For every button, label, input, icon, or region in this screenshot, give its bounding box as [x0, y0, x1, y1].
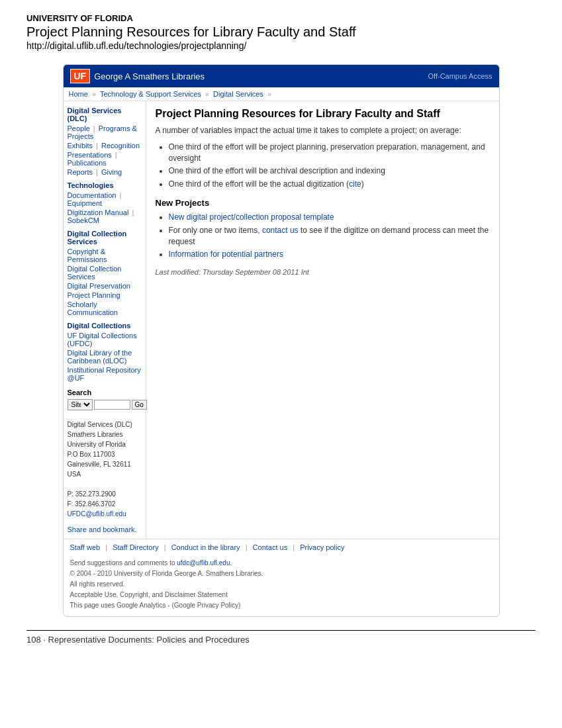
sidebar-people-programs: People | Programs & Projects	[68, 124, 142, 140]
breadcrumb-sep2: »	[205, 90, 209, 98]
sidebar-link-project-planning[interactable]: Project Planning	[68, 291, 120, 299]
fax: F: 352.846.3702	[68, 499, 142, 509]
sidebar: Digital Services (DLC) People | Programs…	[64, 101, 146, 539]
breadcrumb-sep3: »	[267, 90, 271, 98]
sidebar-dlc-title: Digital Services (DLC)	[68, 107, 142, 122]
sidebar-dc-title: Digital Collections	[68, 322, 142, 330]
footer-acceptable: Acceptable Use, Copyright, and Disclaime…	[70, 590, 492, 600]
content-area: Project Planning Resources for Library F…	[146, 101, 499, 539]
main-bullets-list: One third of the effort will be project …	[169, 142, 490, 190]
sidebar-exhibits-recognition: Exhibits | Recognition	[68, 142, 142, 150]
doc-url: http://digital.uflib.ufl.edu/technologie…	[26, 40, 536, 51]
page-footer-text: 108 · Representative Documents: Policies…	[26, 635, 250, 645]
sidebar-project-planning: Project Planning	[68, 291, 142, 299]
contact-us-link[interactable]: contact us	[262, 226, 299, 235]
search-section: Search Site Web Go	[68, 388, 142, 410]
address-line-4: P.O Box 117003	[68, 449, 142, 459]
footer-copyright: © 2004 - 2010 University of Florida Geor…	[70, 569, 492, 579]
address-line-2: Smathers Libraries	[68, 430, 142, 439]
sidebar-link-exhibits[interactable]: Exhibits	[68, 142, 93, 150]
footer-conduct[interactable]: Conduct in the library	[171, 543, 240, 551]
uf-logo[interactable]: UF George A Smathers Libraries	[70, 69, 205, 83]
email-link[interactable]: UFDC@uflib.ufl.edu	[68, 509, 142, 519]
footer-staff-web[interactable]: Staff web	[70, 543, 101, 551]
sidebar-ufdc: UF Digital Collections (UFDC)	[68, 332, 142, 347]
sidebar-scholarly: Scholarly Communication	[68, 300, 142, 316]
proposal-template-link[interactable]: New digital project/collection proposal …	[169, 212, 334, 222]
footer-privacy[interactable]: Privacy policy	[300, 543, 344, 551]
sidebar-link-dloc[interactable]: Digital Library of the Caribbean (dLOC)	[68, 349, 132, 365]
sidebar-digital-preservation: Digital Preservation	[68, 282, 142, 290]
sidebar-link-giving[interactable]: Giving	[101, 168, 122, 176]
search-input[interactable]	[94, 400, 130, 410]
footer-bottom: Send suggestions and comments to ufdc@uf…	[64, 555, 499, 616]
browser-frame: UF George A Smathers Libraries Off-Campu…	[63, 64, 500, 617]
sidebar-link-scholarly[interactable]: Scholarly Communication	[68, 300, 118, 316]
search-go-button[interactable]: Go	[132, 400, 147, 410]
footer-analytics: This page uses Google Analytics - (Googl…	[70, 600, 492, 611]
search-scope-select[interactable]: Site Web	[68, 399, 93, 410]
sidebar-dloc: Digital Library of the Caribbean (dLOC)	[68, 349, 142, 365]
new-projects-heading: New Projects	[156, 198, 490, 208]
footer-email-link[interactable]: ufdc@uflib.ufl.edu.	[177, 559, 232, 567]
new-project-1: New digital project/collection proposal …	[169, 212, 490, 223]
sidebar-link-sobekcm[interactable]: SobekCM	[68, 216, 99, 224]
breadcrumb-sep1: »	[92, 90, 96, 98]
sidebar-link-people[interactable]: People	[68, 124, 90, 132]
address-line-3: University of Florida	[68, 439, 142, 449]
sidebar-link-reports[interactable]: Reports	[68, 168, 93, 176]
sidebar-dcs-title: Digital Collection Services	[68, 230, 142, 246]
sidebar-copyright: Copyright & Permissions	[68, 248, 142, 263]
cite-link[interactable]: cite	[349, 179, 361, 189]
breadcrumb-home[interactable]: Home	[69, 90, 88, 98]
uf-logo-box: UF	[70, 69, 91, 83]
footer-links-bar: Staff web | Staff Directory | Conduct in…	[64, 539, 499, 555]
sidebar-link-recognition[interactable]: Recognition	[101, 142, 140, 150]
search-row: Site Web Go	[68, 399, 142, 410]
sidebar-link-ufdc[interactable]: UF Digital Collections (UFDC)	[68, 332, 137, 347]
university-name: UNIVERSITY OF FLORIDA	[26, 13, 536, 23]
footer-suggestions: Send suggestions and comments to ufdc@uf…	[70, 558, 492, 569]
sidebar-tech-title: Technologies	[68, 181, 142, 189]
main-layout: Digital Services (DLC) People | Programs…	[64, 101, 499, 539]
sidebar-link-presentations[interactable]: Presentations	[68, 151, 112, 159]
uf-logo-text: George A Smathers Libraries	[94, 71, 205, 81]
breadcrumb-digital[interactable]: Digital Services	[213, 90, 263, 98]
footer-staff-directory[interactable]: Staff Directory	[113, 543, 159, 551]
footer-rights: All rights reserved.	[70, 579, 492, 590]
bullet-1: One third of the effort will be project …	[169, 142, 490, 164]
content-intro: A number of variables impact the actual …	[156, 125, 490, 136]
share-bookmark-link[interactable]: Share and bookmark.	[68, 525, 137, 533]
sidebar-dcs-link: Digital Collection Services	[68, 265, 142, 281]
sidebar-link-equipment[interactable]: Equipment	[68, 199, 103, 207]
sidebar-link-institutional[interactable]: Institutional Repository @UF	[68, 366, 141, 382]
breadcrumb-tech[interactable]: Technology & Support Services	[100, 90, 201, 98]
off-campus-access[interactable]: Off-Campus Access	[428, 72, 492, 80]
address-line-1: Digital Services (DLC)	[68, 420, 142, 430]
sidebar-doc-equipment: Documentation | Equipment	[68, 191, 142, 207]
sidebar-presentations-publications: Presentations | Publications	[68, 151, 142, 167]
sidebar-reports-giving: Reports | Giving	[68, 168, 142, 176]
sidebar-bookmark: Share and bookmark.	[68, 525, 142, 533]
sidebar-link-digitization[interactable]: Digitization Manual	[68, 208, 129, 216]
sidebar-digitization-sobek: Digitization Manual | SobekCM	[68, 208, 142, 224]
footer-contact-us[interactable]: Contact us	[253, 543, 288, 551]
sidebar-link-digital-preservation[interactable]: Digital Preservation	[68, 282, 130, 290]
sidebar-address: Digital Services (DLC) Smathers Librarie…	[68, 420, 142, 519]
sidebar-link-publications[interactable]: Publications	[68, 159, 107, 167]
bullet-3: One third of the effort will be the actu…	[169, 179, 490, 190]
sidebar-link-copyright[interactable]: Copyright & Permissions	[68, 248, 107, 263]
last-modified: Last modified: Thursday September 08 201…	[156, 268, 490, 276]
sidebar-institutional: Institutional Repository @UF	[68, 366, 142, 382]
sidebar-link-dcs[interactable]: Digital Collection Services	[68, 265, 122, 281]
phone: P: 352.273.2900	[68, 489, 142, 499]
sidebar-link-documentation[interactable]: Documentation	[68, 191, 117, 199]
uf-header-bar: UF George A Smathers Libraries Off-Campu…	[64, 65, 499, 87]
breadcrumb: Home » Technology & Support Services » D…	[64, 87, 499, 101]
potential-partners-link[interactable]: Information for potential partners	[169, 250, 283, 259]
new-project-3: Information for potential partners	[169, 249, 490, 260]
address-line-5: Gainesville, FL 32611 USA	[68, 459, 142, 479]
page-footer: 108 · Representative Documents: Policies…	[26, 630, 536, 645]
bullet-2: One third of the effort will be archival…	[169, 165, 490, 177]
new-projects-list: New digital project/collection proposal …	[169, 212, 490, 260]
